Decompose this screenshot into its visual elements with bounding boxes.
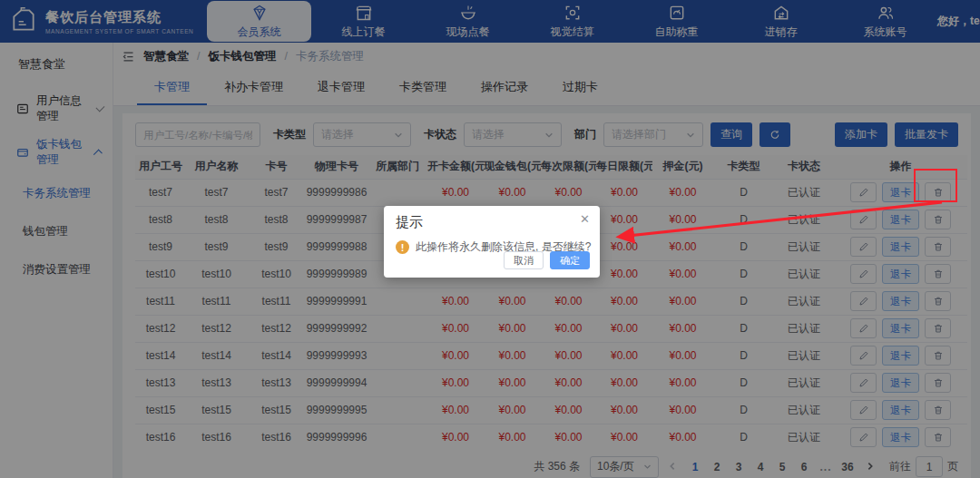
- warning-icon: !: [396, 240, 409, 254]
- confirm-button[interactable]: 确定: [550, 251, 590, 269]
- cancel-button[interactable]: 取消: [504, 251, 544, 269]
- annotation-highlight-box: [914, 169, 957, 202]
- dialog-title: 提示: [396, 214, 588, 231]
- delete-confirm-dialog: 提示 ✕ ! 此操作将永久删除该信息, 是否继续? 取消 确定: [384, 206, 600, 278]
- app-screen: 餐饮后台管理系统 MANAGEMENT SYSTEM OF SMART CANT…: [0, 0, 980, 478]
- close-icon[interactable]: ✕: [580, 213, 590, 225]
